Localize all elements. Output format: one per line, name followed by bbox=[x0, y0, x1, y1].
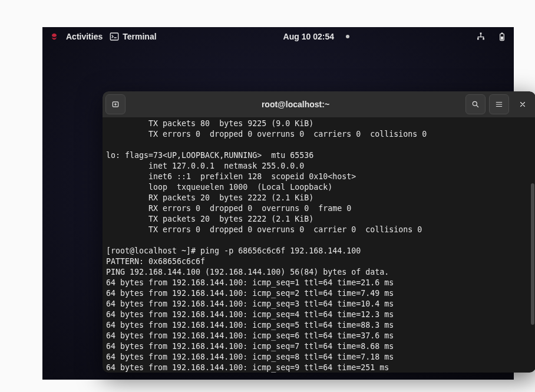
terminal-line: 64 bytes from 192.168.144.100: icmp_seq=… bbox=[106, 331, 530, 341]
terminal-icon bbox=[110, 32, 119, 41]
scrollbar[interactable] bbox=[530, 117, 535, 373]
svg-rect-5 bbox=[501, 32, 503, 34]
menu-button[interactable] bbox=[489, 94, 509, 114]
active-app-indicator[interactable]: Terminal bbox=[110, 32, 156, 41]
window-title: root@localhost:~ bbox=[129, 100, 462, 109]
terminal-line: TX packets 80 bytes 9225 (9.0 KiB) bbox=[106, 118, 530, 129]
svg-rect-1 bbox=[480, 32, 482, 34]
terminal-pane[interactable]: TX packets 80 bytes 9225 (9.0 KiB) TX er… bbox=[103, 117, 535, 373]
notification-dot-icon bbox=[346, 35, 349, 38]
terminal-line: 64 bytes from 192.168.144.100: icmp_seq=… bbox=[106, 278, 530, 288]
terminal-line: TX errors 0 dropped 0 overruns 0 carrier… bbox=[106, 225, 530, 235]
new-tab-button[interactable] bbox=[105, 94, 126, 114]
terminal-line bbox=[106, 235, 530, 246]
network-icon[interactable] bbox=[476, 32, 486, 41]
scrollbar-thumb[interactable] bbox=[531, 183, 534, 325]
desktop: Activities Terminal Aug 10 02:54 bbox=[42, 27, 514, 380]
terminal-line: 64 bytes from 192.168.144.100: icmp_seq=… bbox=[106, 352, 530, 363]
activities-button[interactable]: Activities bbox=[66, 32, 103, 41]
terminal-line: inet 127.0.0.1 netmask 255.0.0.0 bbox=[106, 161, 530, 172]
terminal-line: loop txqueuelen 1000 (Local Loopback) bbox=[106, 182, 530, 193]
terminal-line: 64 bytes from 192.168.144.100: icmp_seq=… bbox=[106, 320, 530, 331]
svg-rect-6 bbox=[501, 37, 503, 39]
headerbar: root@localhost:~ bbox=[103, 91, 535, 117]
terminal-line: RX errors 0 dropped 0 overruns 0 frame 0 bbox=[106, 203, 530, 214]
terminal-line: 64 bytes from 192.168.144.100: icmp_seq=… bbox=[106, 363, 530, 373]
terminal-line: 64 bytes from 192.168.144.100: icmp_seq=… bbox=[106, 288, 530, 299]
terminal-line: inet6 ::1 prefixlen 128 scopeid 0x10<hos… bbox=[106, 172, 530, 182]
svg-point-8 bbox=[473, 101, 477, 106]
active-app-label: Terminal bbox=[123, 32, 156, 41]
terminal-line: RX packets 20 bytes 2222 (2.1 KiB) bbox=[106, 193, 530, 203]
svg-rect-3 bbox=[483, 38, 484, 40]
terminal-line: PATTERN: 0x68656c6c6f bbox=[106, 256, 530, 267]
terminal-line: 64 bytes from 192.168.144.100: icmp_seq=… bbox=[106, 341, 530, 352]
svg-rect-2 bbox=[477, 38, 479, 40]
terminal-line: 64 bytes from 192.168.144.100: icmp_seq=… bbox=[106, 309, 530, 320]
battery-icon[interactable] bbox=[497, 32, 507, 41]
terminal-line: 64 bytes from 192.168.144.100: icmp_seq=… bbox=[106, 299, 530, 309]
search-button[interactable] bbox=[465, 94, 486, 114]
terminal-line: [root@localhost ~]# ping -p 68656c6c6f 1… bbox=[106, 246, 530, 256]
terminal-line: lo: flags=73<UP,LOOPBACK,RUNNING> mtu 65… bbox=[106, 150, 530, 161]
terminal-line: TX packets 20 bytes 2222 (2.1 KiB) bbox=[106, 214, 530, 225]
terminal-line: PING 192.168.144.100 (192.168.144.100) 5… bbox=[106, 267, 530, 278]
topbar: Activities Terminal Aug 10 02:54 bbox=[42, 27, 514, 46]
terminal-window: root@localhost:~ TX packets 80 bytes 922… bbox=[103, 91, 535, 373]
svg-rect-0 bbox=[111, 33, 118, 40]
terminal-line bbox=[106, 140, 530, 150]
distro-logo-icon bbox=[49, 32, 59, 41]
terminal-line: TX errors 0 dropped 0 overruns 0 carrier… bbox=[106, 129, 530, 140]
clock-text: Aug 10 02:54 bbox=[283, 32, 334, 41]
close-button[interactable] bbox=[513, 94, 533, 114]
clock[interactable]: Aug 10 02:54 bbox=[283, 32, 349, 41]
